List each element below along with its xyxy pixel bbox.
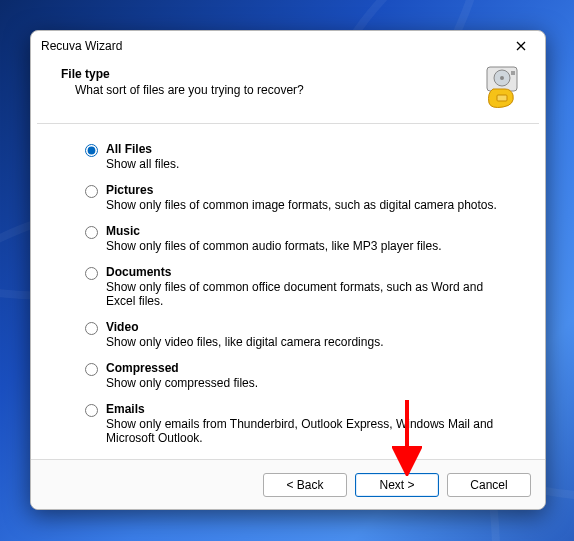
hard-drive-recovery-icon — [481, 65, 525, 109]
option-desc: Show only files of common audio formats,… — [106, 239, 515, 253]
cancel-button[interactable]: Cancel — [447, 473, 531, 497]
radio-all-files[interactable] — [85, 144, 98, 157]
option-compressed[interactable]: Compressed Show only compressed files. — [85, 361, 515, 390]
option-all-files[interactable]: All Files Show all files. — [85, 142, 515, 171]
option-emails[interactable]: Emails Show only emails from Thunderbird… — [85, 402, 515, 445]
svg-rect-4 — [497, 95, 507, 101]
option-label: Music — [106, 224, 515, 238]
option-label: Compressed — [106, 361, 515, 375]
page-subtitle: What sort of files are you trying to rec… — [61, 83, 473, 97]
option-label: Video — [106, 320, 515, 334]
titlebar: Recuva Wizard — [31, 31, 545, 61]
radio-music[interactable] — [85, 226, 98, 239]
option-desc: Show only compressed files. — [106, 376, 515, 390]
next-button[interactable]: Next > — [355, 473, 439, 497]
option-label: All Files — [106, 142, 515, 156]
option-label: Pictures — [106, 183, 515, 197]
option-pictures[interactable]: Pictures Show only files of common image… — [85, 183, 515, 212]
option-label: Emails — [106, 402, 515, 416]
page-title: File type — [61, 67, 473, 81]
option-documents[interactable]: Documents Show only files of common offi… — [85, 265, 515, 308]
wizard-footer: < Back Next > Cancel — [31, 459, 545, 509]
option-label: Documents — [106, 265, 515, 279]
back-button[interactable]: < Back — [263, 473, 347, 497]
option-video[interactable]: Video Show only video files, like digita… — [85, 320, 515, 349]
option-desc: Show only files of common image formats,… — [106, 198, 515, 212]
wizard-header-text: File type What sort of files are you try… — [61, 67, 473, 97]
option-music[interactable]: Music Show only files of common audio fo… — [85, 224, 515, 253]
window-title: Recuva Wizard — [41, 39, 507, 53]
options-list: All Files Show all files. Pictures Show … — [31, 124, 545, 459]
radio-emails[interactable] — [85, 404, 98, 417]
option-desc: Show all files. — [106, 157, 515, 171]
recuva-wizard-dialog: Recuva Wizard File type What sort of fil… — [30, 30, 546, 510]
svg-point-2 — [500, 76, 504, 80]
option-desc: Show only emails from Thunderbird, Outlo… — [106, 417, 515, 445]
option-desc: Show only video files, like digital came… — [106, 335, 515, 349]
radio-compressed[interactable] — [85, 363, 98, 376]
option-desc: Show only files of common office documen… — [106, 280, 515, 308]
radio-video[interactable] — [85, 322, 98, 335]
radio-pictures[interactable] — [85, 185, 98, 198]
svg-rect-3 — [511, 71, 515, 75]
wizard-header: File type What sort of files are you try… — [31, 61, 545, 123]
close-icon[interactable] — [507, 35, 535, 57]
radio-documents[interactable] — [85, 267, 98, 280]
